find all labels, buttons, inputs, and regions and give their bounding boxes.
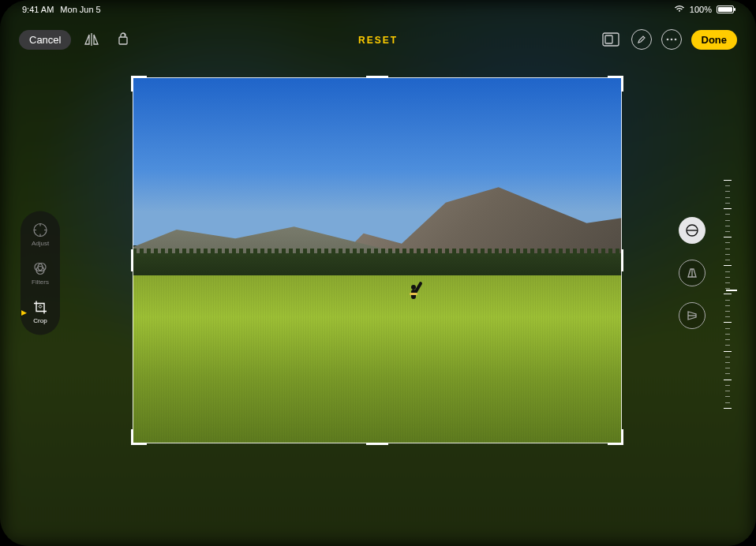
dial-tick — [725, 254, 730, 255]
dial-tick — [725, 282, 730, 283]
straighten-icon[interactable] — [679, 217, 705, 244]
adjust-tool[interactable]: Adjust — [32, 223, 49, 247]
crop-handle-br[interactable] — [608, 429, 623, 445]
dial-tick — [725, 385, 730, 386]
dial-tick — [725, 271, 730, 272]
crop-handle-tr[interactable] — [608, 76, 623, 92]
crop-handle-right[interactable] — [621, 249, 623, 271]
status-left: 9:41 AM Mon Jun 5 — [22, 5, 101, 14]
svg-point-5 — [674, 39, 676, 41]
dial-tick — [724, 180, 732, 181]
dial-tick — [725, 373, 730, 374]
crop-handle-left[interactable] — [131, 249, 133, 271]
horizontal-perspective-icon[interactable] — [679, 302, 705, 329]
dial-tick — [724, 322, 732, 323]
dial-tick — [725, 260, 730, 260]
dial-tick — [725, 305, 730, 306]
reset-button[interactable]: RESET — [358, 35, 398, 46]
dial-tick — [724, 294, 732, 294]
dial-tick — [725, 402, 730, 403]
dial-tick — [725, 339, 730, 340]
svg-point-4 — [670, 39, 672, 41]
vertical-perspective-icon[interactable] — [679, 260, 705, 286]
dial-tick — [724, 208, 732, 209]
status-date: Mon Jun 5 — [60, 5, 100, 14]
dial-tick — [725, 300, 730, 301]
dial-tick — [725, 203, 730, 204]
dial-tick — [725, 288, 730, 289]
editor-toolbar: Cancel RESET Done — [0, 22, 756, 57]
crop-handle-bl[interactable] — [131, 429, 147, 445]
done-button[interactable]: Done — [691, 30, 738, 50]
status-bar: 9:41 AM Mon Jun 5 100% — [0, 0, 756, 19]
dial-tick — [725, 311, 730, 312]
dial-tick — [725, 191, 730, 192]
dial-tick — [725, 231, 730, 232]
dial-tick — [725, 242, 730, 243]
dial-tick — [725, 277, 730, 278]
status-right: 100% — [674, 5, 734, 14]
dial-tick — [725, 328, 730, 329]
filters-tool[interactable]: Filters — [32, 261, 49, 286]
cancel-button[interactable]: Cancel — [19, 30, 71, 50]
dial-tick — [725, 391, 730, 391]
rotate-icon[interactable] — [112, 28, 134, 50]
dial-tick — [725, 197, 730, 198]
crop-label: Crop — [33, 317, 47, 324]
dial-tick — [725, 220, 730, 221]
dial-tick — [725, 334, 730, 335]
dial-tick — [724, 380, 732, 380]
markup-icon[interactable] — [631, 29, 652, 50]
crop-handle-tl[interactable] — [131, 76, 147, 92]
dial-tick — [725, 396, 730, 397]
dial-tick — [724, 265, 732, 266]
dial-tick — [725, 316, 730, 317]
rotation-dial[interactable] — [720, 180, 735, 409]
wifi-icon — [674, 5, 685, 14]
crop-canvas[interactable] — [133, 77, 622, 443]
crop-tool[interactable]: ▶ Crop — [32, 300, 48, 324]
svg-rect-2 — [605, 36, 612, 43]
crop-handle-top[interactable] — [366, 76, 388, 78]
dial-tick — [724, 237, 732, 237]
dial-tick — [725, 357, 730, 357]
dial-tick — [725, 345, 730, 346]
active-indicator-icon: ▶ — [21, 308, 27, 316]
status-time: 9:41 AM — [22, 5, 54, 14]
crop-handle-bottom[interactable] — [366, 443, 388, 445]
filters-label: Filters — [32, 279, 49, 286]
photos-edit-screen: 9:41 AM Mon Jun 5 100% Cancel RESET — [0, 0, 756, 546]
dial-tick — [724, 408, 732, 409]
battery-icon — [717, 6, 734, 13]
aspect-ratio-icon[interactable] — [600, 28, 622, 50]
dial-tick — [725, 185, 730, 186]
dial-tick — [724, 351, 732, 352]
dial-tick — [725, 214, 730, 215]
dial-tick — [725, 249, 730, 249]
more-icon[interactable] — [661, 29, 682, 50]
dial-tick — [725, 226, 730, 226]
straighten-controls — [679, 217, 705, 329]
dial-tick — [725, 362, 730, 363]
edit-mode-selector: Adjust Filters ▶ Crop — [21, 211, 60, 335]
dial-pointer-icon — [726, 290, 737, 291]
adjust-label: Adjust — [32, 240, 49, 247]
svg-rect-0 — [119, 37, 127, 44]
svg-point-3 — [666, 39, 668, 41]
photo-preview — [133, 77, 622, 443]
flip-horizontal-icon[interactable] — [80, 28, 103, 50]
dial-tick — [725, 368, 730, 368]
battery-percent: 100% — [690, 5, 712, 14]
